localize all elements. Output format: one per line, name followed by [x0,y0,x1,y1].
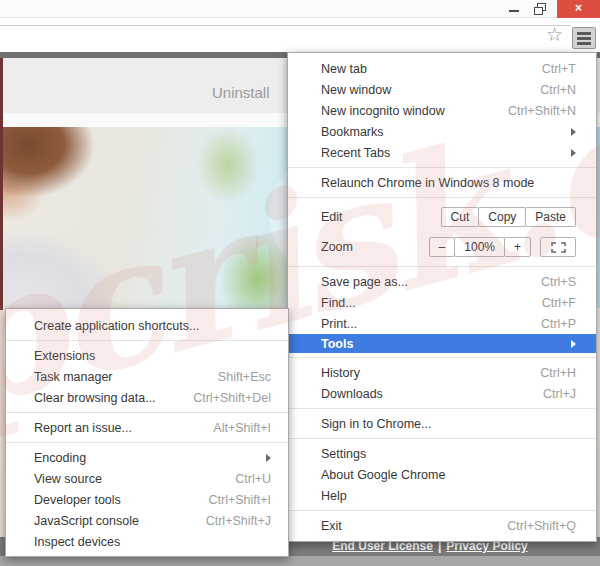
submenu-item-task-manager[interactable]: Task manager Shift+Esc [6,366,288,387]
shortcut-label: Ctrl+Shift+J [206,514,271,528]
menu-item-find[interactable]: Find... Ctrl+F [288,292,596,313]
page-bottom-strip [0,556,600,566]
submenu-arrow-icon [266,454,271,462]
submenu-arrow-icon [571,149,576,157]
menu-item-exit[interactable]: Exit Ctrl+Shift+Q [288,515,596,536]
submenu-item-developer-tools[interactable]: Developer tools Ctrl+Shift+I [6,489,288,510]
menu-item-new-incognito-window[interactable]: New incognito window Ctrl+Shift+N [288,100,596,121]
cut-button[interactable]: Cut [441,207,480,227]
menu-item-edit: Edit Cut Copy Paste [288,202,596,232]
zoom-out-button[interactable]: – [429,237,456,257]
shortcut-label: Ctrl+P [541,317,576,331]
restore-button[interactable] [530,0,550,18]
menu-item-history[interactable]: History Ctrl+H [288,362,596,383]
menu-separator [288,167,596,168]
submenu-item-encoding[interactable]: Encoding [6,447,288,468]
address-bar[interactable] [0,25,570,26]
menu-separator [288,266,596,267]
browser-window: × ☆ Uninstall End User License|Privacy P… [0,0,600,566]
submenu-item-report-an-issue[interactable]: Report an issue... Alt+Shift+I [6,417,288,438]
submenu-item-view-source[interactable]: View source Ctrl+U [6,468,288,489]
paste-button[interactable]: Paste [525,207,576,227]
menu-item-about-google-chrome[interactable]: About Google Chrome [288,464,596,485]
menu-item-recent-tabs[interactable]: Recent Tabs [288,142,596,163]
chrome-menu-button[interactable] [572,27,596,49]
submenu-item-clear-browsing-data[interactable]: Clear browsing data... Ctrl+Shift+Del [6,387,288,408]
uninstall-link[interactable]: Uninstall [212,84,270,101]
menu-separator [288,197,596,198]
submenu-item-javascript-console[interactable]: JavaScript console Ctrl+Shift+J [6,510,288,531]
shortcut-label: Shift+Esc [218,370,271,384]
fullscreen-icon [551,242,566,253]
tools-submenu: Create application shortcuts... Extensio… [5,308,289,557]
browser-toolbar: ☆ [0,18,600,52]
shortcut-label: Ctrl+J [543,387,576,401]
shortcut-label: Alt+Shift+I [213,421,271,435]
shortcut-label: Ctrl+Shift+Del [193,391,271,405]
minimize-button[interactable] [504,0,524,18]
menu-item-zoom: Zoom – 100% + [288,232,596,262]
menu-item-downloads[interactable]: Downloads Ctrl+J [288,383,596,404]
shortcut-label: Ctrl+U [235,472,271,486]
menu-item-sign-in-to-chrome[interactable]: Sign in to Chrome... [288,413,596,434]
submenu-arrow-icon [571,128,576,136]
fullscreen-button[interactable] [540,237,576,257]
menu-separator [288,408,596,409]
close-button[interactable]: × [557,0,600,18]
menu-separator [288,438,596,439]
menu-separator [6,442,288,443]
shortcut-label: Ctrl+T [542,62,576,76]
menu-item-save-page-as[interactable]: Save page as... Ctrl+S [288,271,596,292]
shortcut-label: Ctrl+Shift+Q [507,519,576,533]
submenu-item-inspect-devices[interactable]: Inspect devices [6,531,288,552]
hamburger-icon [577,32,591,35]
shortcut-label: Ctrl+S [541,275,576,289]
menu-item-settings[interactable]: Settings [288,443,596,464]
menu-item-new-window[interactable]: New window Ctrl+N [288,79,596,100]
menu-separator [288,510,596,511]
bookmark-star-icon[interactable]: ☆ [546,24,563,46]
copy-button[interactable]: Copy [478,207,526,227]
shortcut-label: Ctrl+F [542,296,576,310]
zoom-in-button[interactable]: + [504,237,531,257]
menu-item-relaunch-windows8[interactable]: Relaunch Chrome in Windows 8 mode [288,172,596,193]
menu-separator [6,412,288,413]
chrome-main-menu: New tab Ctrl+T New window Ctrl+N New inc… [287,52,597,542]
title-bar: × [0,0,600,18]
minimize-icon [509,10,519,12]
submenu-arrow-icon [571,340,576,348]
menu-item-tools[interactable]: Tools [288,334,596,353]
menu-item-help[interactable]: Help [288,485,596,506]
menu-item-print[interactable]: Print... Ctrl+P [288,313,596,334]
shortcut-label: Ctrl+Shift+N [508,104,576,118]
zoom-level: 100% [454,237,505,257]
menu-item-new-tab[interactable]: New tab Ctrl+T [288,58,596,79]
submenu-item-create-application-shortcuts[interactable]: Create application shortcuts... [6,315,288,336]
shortcut-label: Ctrl+H [540,366,576,380]
menu-separator [288,357,596,358]
page-left-edge [0,58,3,310]
menu-item-bookmarks[interactable]: Bookmarks [288,121,596,142]
shortcut-label: Ctrl+N [540,83,576,97]
submenu-item-extensions[interactable]: Extensions [6,345,288,366]
shortcut-label: Ctrl+Shift+I [208,493,271,507]
menu-separator [6,340,288,341]
